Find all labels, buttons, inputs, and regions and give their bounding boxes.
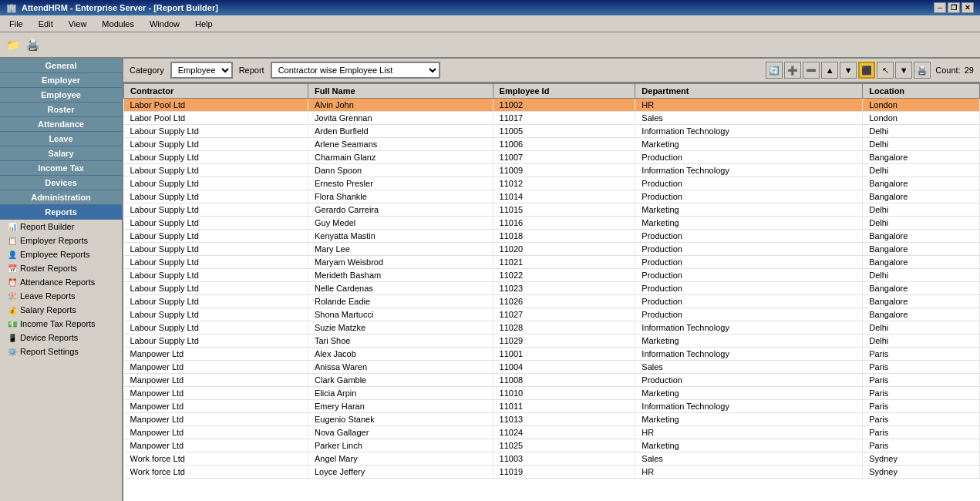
cursor-button[interactable]: ↖ [877, 62, 894, 79]
cell-location: Delhi [863, 269, 980, 282]
content-area: Category Employee Employer Report Contra… [123, 59, 980, 501]
cell-fullName: Dann Spoon [308, 164, 493, 177]
table-row[interactable]: Labour Supply LtdMary Lee11020Production… [124, 243, 980, 256]
minimize-button[interactable]: ─ [934, 2, 946, 13]
table-row[interactable]: Labour Supply LtdRolande Eadie11026Produ… [124, 295, 980, 308]
table-row[interactable]: Labour Supply LtdArden Burfield11005Info… [124, 125, 980, 138]
title-bar-controls[interactable]: ─ ❐ ✕ [934, 2, 974, 13]
sidebar-section-leave[interactable]: Leave [0, 132, 122, 146]
table-row[interactable]: Labour Supply LtdGerardo Carreira11015Ma… [124, 203, 980, 217]
table-row[interactable]: Manpower LtdParker Linch11025MarketingPa… [124, 439, 980, 452]
roster-reports-label: Roster Reports [20, 264, 77, 273]
menu-file[interactable]: File [3, 18, 29, 30]
cell-location: Paris [863, 439, 980, 452]
menu-help[interactable]: Help [189, 18, 219, 30]
cell-contractor: Labour Supply Ltd [124, 335, 308, 348]
table-row[interactable]: Manpower LtdNova Gallager11024HRParis [124, 426, 980, 439]
down-button[interactable]: ▼ [840, 62, 857, 79]
print-report-button[interactable]: 🖨️ [914, 62, 931, 79]
table-row[interactable]: Work force LtdAngel Mary11003SalesSydney [124, 452, 980, 466]
table-row[interactable]: Labour Supply LtdShona Martucci11027Prod… [124, 308, 980, 321]
sidebar-section-devices[interactable]: Devices [0, 176, 122, 190]
menu-view[interactable]: View [62, 18, 93, 30]
table-row[interactable]: Labour Supply LtdMaryam Weisbrod11021Pro… [124, 256, 980, 269]
table-row[interactable]: Labour Supply LtdKenyatta Mastin11018Pro… [124, 230, 980, 243]
refresh-button[interactable]: 🔄 [766, 62, 783, 79]
sidebar-section-salary[interactable]: Salary [0, 146, 122, 161]
cell-employeeId: 11001 [493, 348, 635, 361]
employer-reports-label: Employer Reports [20, 236, 88, 245]
sidebar-item-employee-reports[interactable]: 👤 Employee Reports [0, 247, 122, 261]
title-bar: 🏢 AttendHRM - Enterprise Server - [Repor… [0, 0, 980, 15]
cell-employeeId: 11009 [493, 164, 635, 177]
table-header-row: Contractor Full Name Employee Id Departm… [124, 84, 980, 99]
table-row[interactable]: Manpower LtdElicia Arpin11010MarketingPa… [124, 387, 980, 400]
cell-location: Bangalore [863, 151, 980, 164]
table-row[interactable]: Labour Supply LtdSuzie Matzke11028Inform… [124, 321, 980, 335]
sidebar-item-report-settings[interactable]: ⚙️ Report Settings [0, 345, 122, 358]
sidebar-item-leave-reports[interactable]: 🏖️ Leave Reports [0, 289, 122, 303]
salary-reports-icon: 💰 [8, 306, 17, 314]
table-row[interactable]: Manpower LtdEugenio Stanek11013Marketing… [124, 413, 980, 426]
cell-location: Bangalore [863, 177, 980, 190]
active-button[interactable]: ⬛ [858, 62, 875, 79]
cell-location: Paris [863, 413, 980, 426]
sidebar-section-income-tax[interactable]: Income Tax [0, 161, 122, 176]
cell-employeeId: 11024 [493, 426, 635, 439]
sidebar-section-attendance[interactable]: Attendance [0, 117, 122, 132]
sidebar-section-employee[interactable]: Employee [0, 88, 122, 103]
table-row[interactable]: Work force LtdLoyce Jeffery11019HRSydney [124, 466, 980, 479]
up-button[interactable]: ▲ [821, 62, 838, 79]
remove-button[interactable]: ➖ [803, 62, 820, 79]
cell-department: Information Technology [635, 125, 863, 138]
cell-employeeId: 11029 [493, 335, 635, 348]
table-row[interactable]: Labour Supply LtdErnesto Presler11012Pro… [124, 177, 980, 190]
sidebar-section-general[interactable]: General [0, 59, 122, 73]
add-button[interactable]: ➕ [784, 62, 801, 79]
cell-employeeId: 11008 [493, 374, 635, 387]
category-select-container[interactable]: Employee Employer [170, 62, 233, 79]
table-row[interactable]: Manpower LtdAnissa Waren11004SalesParis [124, 361, 980, 374]
cell-location: Delhi [863, 321, 980, 335]
sidebar-section-roster[interactable]: Roster [0, 103, 122, 117]
table-row[interactable]: Manpower LtdEmery Haran11011Information … [124, 400, 980, 413]
table-row[interactable]: Manpower LtdClark Gamble11008ProductionP… [124, 374, 980, 387]
sidebar-section-reports[interactable]: Reports [0, 205, 122, 220]
cell-location: Paris [863, 361, 980, 374]
employee-reports-icon: 👤 [8, 250, 17, 259]
restore-button[interactable]: ❐ [948, 2, 960, 13]
menu-edit[interactable]: Edit [32, 18, 59, 30]
cell-location: Delhi [863, 217, 980, 230]
sidebar-item-employer-reports[interactable]: 📋 Employer Reports [0, 234, 122, 247]
menu-modules[interactable]: Modules [96, 18, 140, 30]
table-row[interactable]: Labour Supply LtdTari Shoe11029Marketing… [124, 335, 980, 348]
table-row[interactable]: Labour Supply LtdGuy Medel11016Marketing… [124, 217, 980, 230]
sidebar-item-attendance-reports[interactable]: ⏰ Attendance Reports [0, 275, 122, 289]
table-row[interactable]: Labour Supply LtdCharmain Glanz11007Prod… [124, 151, 980, 164]
report-select[interactable]: Contractor wise Employee List [271, 62, 440, 79]
open-button[interactable]: 📁 [3, 35, 22, 54]
close-button[interactable]: ✕ [961, 2, 974, 13]
table-row[interactable]: Manpower LtdAlex Jacob11001Information T… [124, 348, 980, 361]
filter-button[interactable]: ▼ [895, 62, 912, 79]
cell-contractor: Labor Pool Ltd [124, 112, 308, 125]
sidebar-item-device-reports[interactable]: 📱 Device Reports [0, 331, 122, 345]
sidebar-section-employer[interactable]: Employer [0, 73, 122, 88]
sidebar-section-administration[interactable]: Administration [0, 190, 122, 205]
category-select[interactable]: Employee Employer [170, 62, 233, 79]
cell-department: Production [635, 151, 863, 164]
sidebar-item-income-tax-reports[interactable]: 💵 Income Tax Reports [0, 317, 122, 331]
table-row[interactable]: Labour Supply LtdFlora Shankle11014Produ… [124, 190, 980, 203]
sidebar-item-roster-reports[interactable]: 📅 Roster Reports [0, 261, 122, 275]
table-row[interactable]: Labour Supply LtdMerideth Basham11022Pro… [124, 269, 980, 282]
table-row[interactable]: Labour Supply LtdArlene Seamans11006Mark… [124, 138, 980, 151]
table-row[interactable]: Labour Supply LtdDann Spoon11009Informat… [124, 164, 980, 177]
print-button[interactable]: 🖨️ [23, 35, 42, 54]
menu-window[interactable]: Window [143, 18, 186, 30]
table-row[interactable]: Labor Pool LtdJovita Grennan11017SalesLo… [124, 112, 980, 125]
cell-location: Paris [863, 348, 980, 361]
table-row[interactable]: Labour Supply LtdNelle Cardenas11023Prod… [124, 282, 980, 295]
sidebar-item-report-builder[interactable]: 📊 Report Builder [0, 220, 122, 234]
sidebar-item-salary-reports[interactable]: 💰 Salary Reports [0, 303, 122, 317]
table-row[interactable]: Labor Pool LtdAlvin John11002HRLondon [124, 99, 980, 112]
